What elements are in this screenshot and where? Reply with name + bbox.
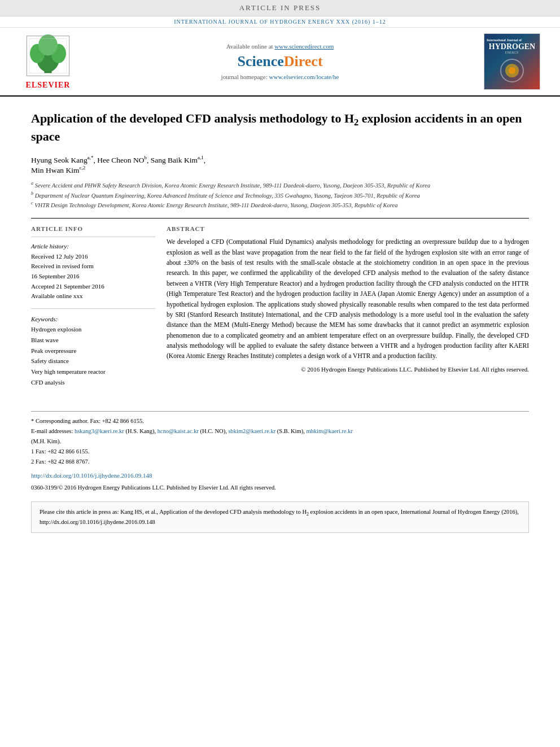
cover-decoration-icon [498, 56, 526, 85]
footnote-1: 1 Fax: +82 42 866 6155. [31, 447, 529, 457]
journal-url[interactable]: www.elsevier.com/locate/he [269, 73, 339, 80]
email-link-hs[interactable]: hskang3@kaeri.re.kr [75, 428, 124, 434]
keyword-item: Peak overpressure [31, 346, 155, 356]
sciencedirect-logo: ScienceDirect [237, 53, 322, 70]
journal-cover: International Journal of HYDROGEN ENERGY [484, 33, 540, 90]
available-online-text: Available online at www.sciencedirect.co… [226, 43, 334, 50]
divider2 [31, 308, 155, 309]
divider [31, 237, 155, 237]
journal-cover-area: International Journal of HYDROGEN ENERGY [475, 33, 549, 90]
keyword-item: Hydrogen explosion [31, 324, 155, 335]
two-column-section: ARTICLE INFO Article history: Received 1… [31, 218, 529, 394]
footnotes-section: * Corresponding author. Fax: +82 42 866 … [31, 411, 529, 493]
article-title: Application of the developed CFD analysi… [31, 105, 529, 145]
elsevier-logo-block: ELSEVIER [11, 33, 85, 90]
keyword-item: Safety distance [31, 356, 155, 366]
email-link-sb[interactable]: sbkim2@kaeri.re.kr [228, 428, 275, 434]
keyword-item: Very high temperature reactor [31, 366, 155, 377]
abstract-text: We developed a CFD (Computational Fluid … [167, 237, 529, 361]
keyword-item: CFD analysis [31, 377, 155, 388]
keywords-section: Keywords: Hydrogen explosion Blast wave … [31, 314, 155, 388]
article-info-col: ARTICLE INFO Article history: Received 1… [31, 225, 155, 394]
elsevier-tree-icon [23, 33, 73, 78]
journal-name-bar: INTERNATIONAL JOURNAL OF HYDROGEN ENERGY… [0, 16, 560, 28]
keyword-item: Blast wave [31, 335, 155, 346]
corresponding-author: * Corresponding author. Fax: +82 42 866 … [31, 416, 529, 426]
citation-box: Please cite this article in press as: Ka… [31, 501, 529, 533]
copyright-line: © 2016 Hydrogen Energy Publications LLC.… [167, 366, 529, 373]
doi-link[interactable]: http://dx.doi.org/10.1016/j.ijhydene.201… [31, 470, 529, 481]
article-info-heading: ARTICLE INFO [31, 225, 155, 232]
affiliations: a Severe Accident and PHWR Safety Resear… [31, 180, 529, 209]
abstract-heading: ABSTRACT [167, 225, 529, 232]
authors-line: Hyung Seok Kanga,*, Hee Cheon NOb, Sang … [31, 155, 529, 174]
footnote-2: 2 Fax: +82 42 868 8767. [31, 457, 529, 467]
main-content: Application of the developed CFD analysi… [0, 97, 560, 544]
article-history: Article history: Received 12 July 2016 R… [31, 242, 155, 302]
keywords-list: Hydrogen explosion Blast wave Peak overp… [31, 324, 155, 387]
email-addresses: E-mail addresses: hskang3@kaeri.re.kr (H… [31, 426, 529, 436]
header-center: Available online at www.sciencedirect.co… [90, 33, 470, 90]
email-link-hc[interactable]: hcno@kaist.ac.kr [158, 428, 199, 434]
email-link-mh[interactable]: mhkim@kaeri.re.kr [306, 428, 353, 434]
journal-header: ELSEVIER Available online at www.science… [0, 28, 560, 97]
article-in-press-banner: ARTICLE IN PRESS [0, 0, 560, 16]
sciencedirect-link[interactable]: www.sciencedirect.com [274, 43, 334, 50]
issn-line: 0360-3199/© 2016 Hydrogen Energy Publica… [31, 483, 529, 493]
svg-point-4 [38, 34, 58, 56]
journal-homepage: journal homepage: www.elsevier.com/locat… [221, 73, 339, 80]
abstract-col: ABSTRACT We developed a CFD (Computation… [167, 225, 529, 394]
svg-point-9 [509, 67, 515, 74]
elsevier-text: ELSEVIER [26, 81, 71, 90]
